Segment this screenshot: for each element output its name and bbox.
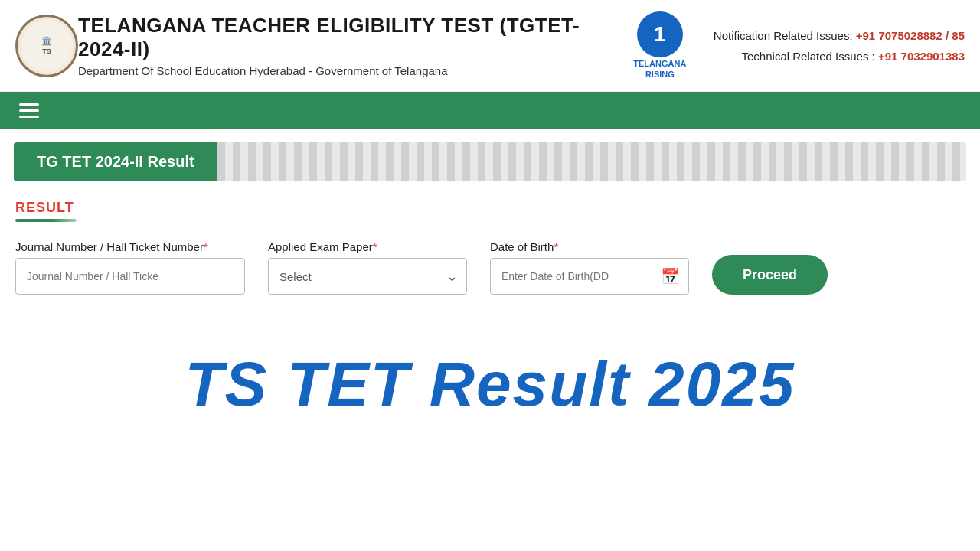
exam-paper-group: Applied Exam Paper* Select Paper I Paper… [268,240,467,295]
header: 🏛️TS TELANGANA TEACHER ELIGIBILITY TEST … [0,0,980,92]
journal-number-input[interactable] [15,258,245,295]
telangana-rising-logo: 1 TELANGANARISING [629,11,691,80]
breadcrumb-active[interactable]: TG TET 2024-II Result [14,142,217,181]
technical-issues: Technical Related Issues : +91 703290138… [714,46,965,67]
result-underline [15,219,77,222]
big-result-text: TS TET Result 2025 [15,348,965,420]
dob-input-wrapper: 📅 [490,258,689,295]
big-result-section: TS TET Result 2025 [0,333,980,435]
exam-paper-select[interactable]: Select Paper I Paper II [268,258,467,295]
result-label: RESULT [15,200,965,216]
proceed-button[interactable]: Proceed [712,255,828,295]
calendar-icon[interactable]: 📅 [661,267,680,285]
notification-issues: Notification Related Issues: +91 7075028… [714,25,965,46]
navbar [0,92,980,129]
exam-paper-label: Applied Exam Paper* [268,240,467,253]
state-emblem: 🏛️TS [15,15,78,77]
header-title-main: TELANGANA TEACHER ELIGIBILITY TEST (TGTE… [78,14,606,61]
main-content: RESULT Journal Number / Hall Ticket Numb… [0,181,980,295]
journal-number-group: Journal Number / Hall Ticket Number* [15,240,245,295]
exam-paper-select-wrapper: Select Paper I Paper II ⌄ [268,258,467,295]
dob-input[interactable] [490,258,689,295]
header-contact: Notification Related Issues: +91 7075028… [714,25,965,67]
dob-group: Date of Birth* 📅 [490,240,689,295]
form-row: Journal Number / Hall Ticket Number* App… [15,240,965,295]
header-title-block: TELANGANA TEACHER ELIGIBILITY TEST (TGTE… [78,14,606,77]
breadcrumb-bar: TG TET 2024-II Result [0,142,980,181]
header-title-sub: Department Of School Education Hyderabad… [78,64,606,77]
hamburger-menu[interactable] [15,99,43,122]
journal-label: Journal Number / Hall Ticket Number* [15,240,245,253]
breadcrumb-inactive [217,142,966,181]
dob-label: Date of Birth* [490,240,689,253]
